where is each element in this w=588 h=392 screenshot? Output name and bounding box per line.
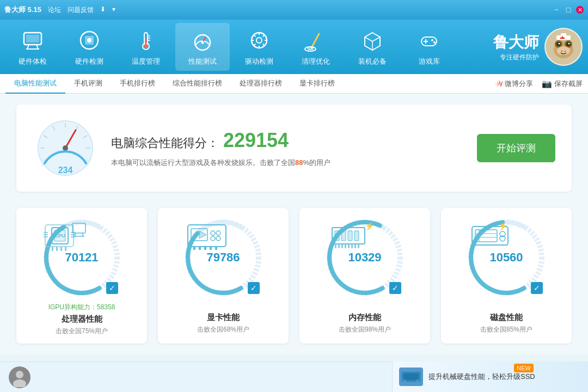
main-content: 234 电脑综合性能得分： 229154 本电脑可以流畅运行大型游戏及各种发烧娱… bbox=[0, 94, 588, 354]
component-score-gpu: 79786 bbox=[206, 250, 240, 265]
top-nav: 硬件体检 硬件检测 温度管理 性能测试 驱动检测 清理优化 装机必备 游戏库 鲁… bbox=[0, 20, 588, 74]
close-button[interactable]: ✕ bbox=[576, 6, 584, 14]
svg-rect-115 bbox=[354, 244, 356, 248]
weibo-share-button[interactable]: 𝒲 微博分享 bbox=[495, 79, 533, 89]
settings-icon[interactable]: ▾ bbox=[112, 5, 115, 15]
nav-icon-clean-optimize bbox=[303, 27, 329, 53]
nav-item-hardware-detect[interactable]: 硬件检测 bbox=[62, 23, 117, 71]
svg-rect-105 bbox=[335, 231, 339, 241]
sub-tab-cpu-rank[interactable]: 处理器排行榜 bbox=[231, 74, 291, 94]
sub-tab-pc-test[interactable]: 电脑性能测试 bbox=[5, 74, 65, 94]
component-card-disk: ⚡ 10560 ✓ 磁盘性能 击败全国85%用户 bbox=[441, 208, 572, 344]
sub-tab-gpu-rank[interactable]: 显卡排行榜 bbox=[291, 74, 344, 94]
igpu-info: IGPU异构能力：58358 bbox=[48, 303, 115, 312]
svg-line-27 bbox=[254, 44, 256, 46]
component-name-gpu: 显卡性能 bbox=[207, 313, 240, 323]
component-beat-cpu: 击败全国75%用户 bbox=[56, 327, 108, 336]
svg-rect-112 bbox=[345, 244, 346, 248]
svg-line-28 bbox=[311, 34, 319, 48]
svg-rect-82 bbox=[56, 247, 58, 251]
brand-title: 鲁大师 bbox=[493, 32, 539, 53]
component-beat-memory: 击败全国98%用户 bbox=[339, 325, 391, 334]
nav-label-hardware-detect: 硬件检测 bbox=[75, 57, 103, 66]
svg-rect-78 bbox=[44, 232, 48, 233]
svg-point-93 bbox=[211, 231, 215, 235]
nav-icon-hardware-check bbox=[20, 27, 46, 53]
nav-item-game-library[interactable]: 游戏库 bbox=[402, 23, 456, 71]
nav-icon-driver-detect bbox=[246, 27, 272, 53]
save-screenshot-button[interactable]: 📷 保存截屏 bbox=[542, 79, 583, 89]
svg-line-86 bbox=[75, 233, 76, 236]
svg-line-25 bbox=[263, 44, 265, 46]
svg-point-69 bbox=[63, 145, 68, 151]
nav-item-perf-test[interactable]: 性能测试 bbox=[175, 23, 230, 71]
nav-icon-temp-manage bbox=[133, 27, 159, 53]
component-card-gpu: 79786 ✓ 显卡性能 击败全国68%用户 bbox=[158, 208, 289, 344]
svg-line-87 bbox=[82, 233, 83, 236]
brand-avatar bbox=[544, 28, 583, 66]
nav-icon-install-required bbox=[359, 27, 385, 53]
nav-label-game-library: 游戏库 bbox=[419, 57, 440, 66]
download-icon[interactable]: ⬇ bbox=[100, 5, 106, 15]
title-bar: 鲁大师 5.15 论坛 问题反馈 ⬇ ▾ － □ ✕ bbox=[0, 0, 588, 20]
restore-button[interactable]: □ bbox=[564, 5, 573, 14]
forum-link[interactable]: 论坛 bbox=[48, 5, 61, 15]
sub-tab-phone-eval[interactable]: 手机评测 bbox=[65, 74, 111, 94]
svg-rect-116 bbox=[358, 244, 359, 248]
component-beat-disk: 击败全国85%用户 bbox=[480, 325, 532, 334]
component-score-cpu: 70121 bbox=[65, 250, 98, 265]
nav-label-driver-detect: 驱动检测 bbox=[245, 57, 273, 66]
nav-label-hardware-check: 硬件体检 bbox=[19, 57, 47, 66]
bottom-bar: NEW 提升机械硬盘性能，轻松升级SSD bbox=[0, 362, 588, 392]
start-test-button[interactable]: 开始评测 bbox=[477, 134, 555, 162]
component-score-disk: 10560 bbox=[489, 250, 523, 265]
svg-point-49 bbox=[559, 43, 560, 45]
sub-tab-overall-rank[interactable]: 综合性能排行榜 bbox=[164, 74, 231, 94]
svg-rect-55 bbox=[561, 33, 566, 36]
svg-rect-80 bbox=[44, 236, 48, 237]
component-name-cpu: 处理器性能 bbox=[62, 314, 102, 324]
svg-rect-107 bbox=[348, 231, 352, 241]
title-bar-links: 论坛 问题反馈 ⬇ ▾ bbox=[48, 5, 115, 15]
nav-item-install-required[interactable]: 装机必备 bbox=[345, 23, 400, 71]
svg-rect-113 bbox=[348, 244, 350, 248]
save-screenshot-label: 保存截屏 bbox=[554, 79, 583, 89]
sub-tabs: 电脑性能测试手机评测手机排行榜综合性能排行榜处理器排行榜显卡排行榜 𝒲 微博分享… bbox=[0, 74, 588, 94]
feedback-link[interactable]: 问题反馈 bbox=[68, 5, 94, 15]
check-icon-memory: ✓ bbox=[389, 282, 401, 294]
nav-item-clean-optimize[interactable]: 清理优化 bbox=[289, 23, 343, 71]
nav-item-temp-manage[interactable]: 温度管理 bbox=[119, 23, 173, 71]
check-icon-cpu: ✓ bbox=[106, 282, 118, 294]
cards-row: CPU 70121 ✓ IGPU异构能力：58358 处理器性能 击败全国75%… bbox=[16, 208, 572, 344]
svg-point-53 bbox=[565, 51, 566, 52]
nav-label-install-required: 装机必备 bbox=[358, 57, 387, 66]
nav-item-driver-detect[interactable]: 驱动检测 bbox=[232, 23, 286, 71]
component-name-memory: 内存性能 bbox=[348, 313, 381, 323]
sub-tab-phone-rank[interactable]: 手机排行榜 bbox=[111, 74, 164, 94]
svg-rect-132 bbox=[403, 373, 419, 380]
svg-point-19 bbox=[256, 38, 262, 43]
svg-rect-106 bbox=[341, 231, 346, 241]
brand-text: 鲁大师 专注硬件防护 bbox=[493, 32, 539, 62]
nav-item-hardware-check[interactable]: 硬件体检 bbox=[5, 23, 60, 71]
minimize-button[interactable]: － bbox=[552, 5, 561, 14]
svg-rect-109 bbox=[335, 244, 336, 248]
svg-line-30 bbox=[307, 47, 309, 50]
title-bar-left: 鲁大师 5.15 论坛 问题反馈 ⬇ ▾ bbox=[4, 5, 115, 15]
weibo-icon: 𝒲 bbox=[495, 79, 503, 89]
check-icon-disk: ✓ bbox=[531, 282, 543, 294]
svg-point-17 bbox=[201, 41, 204, 44]
nav-icon-game-library bbox=[416, 27, 442, 53]
svg-rect-102 bbox=[215, 247, 217, 250]
brand-area: 鲁大师 专注硬件防护 bbox=[493, 28, 583, 66]
score-section: 234 电脑综合性能得分： 229154 本电脑可以流畅运行大型游戏及各种发烧娱… bbox=[16, 105, 572, 192]
circle-gauge-memory: ⚡ 10329 ✓ bbox=[324, 217, 406, 298]
svg-point-94 bbox=[216, 231, 220, 235]
score-title: 电脑综合性能得分： bbox=[111, 135, 219, 151]
camera-icon: 📷 bbox=[542, 79, 552, 89]
svg-text:⚡: ⚡ bbox=[498, 222, 508, 231]
svg-line-35 bbox=[365, 37, 372, 41]
score-number: 229154 bbox=[223, 129, 289, 152]
svg-point-42 bbox=[433, 41, 436, 44]
bottom-ad[interactable]: NEW 提升机械硬盘性能，轻松升级SSD bbox=[392, 362, 588, 392]
